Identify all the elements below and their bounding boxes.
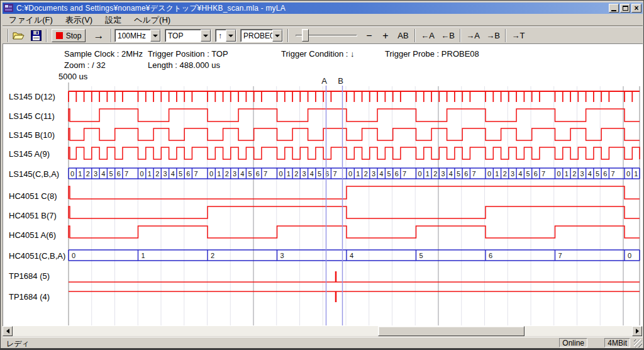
toolbar: Stop → 100MHz TOP ↑ PROBE00 − + AB ←A (3, 26, 643, 43)
toolbar-separator (8, 29, 9, 42)
signal-label-7: HC4051 A(6) (9, 230, 56, 240)
signal-label-4: LS145(C,B,A) (9, 169, 59, 179)
trigger-position-text: Trigger Position : TOP (148, 49, 228, 59)
signal-label-9: TP1684 (5) (9, 271, 50, 281)
minimize-icon (611, 10, 616, 11)
single-run-button[interactable]: → (89, 29, 108, 42)
trigger-position-value: TOP (165, 30, 201, 42)
goto-cursor-b-button[interactable]: ←B (439, 29, 457, 42)
menu-help[interactable]: ヘルプ(H) (128, 14, 177, 27)
toolbar-separator (287, 29, 289, 42)
resize-grip[interactable] (634, 339, 642, 347)
title-bar[interactable]: C:¥Documents and Settings¥noname¥デスクトップ¥… (3, 3, 643, 14)
maximize-icon (623, 6, 628, 11)
sample-clock-text: Sample Clock : 2MHz (64, 49, 143, 59)
status-memory-badge: 4MBit (604, 338, 630, 347)
close-icon: × (634, 4, 638, 12)
trigger-position-select[interactable]: TOP (165, 29, 211, 42)
save-file-button[interactable] (29, 30, 43, 42)
set-cursor-b-button[interactable]: →B (484, 29, 502, 42)
scroll-right-icon (636, 329, 641, 334)
floppy-save-icon (31, 30, 42, 41)
zoom-text: Zoom : / 32 (64, 60, 106, 70)
clock-select-value: 100MHz (115, 30, 150, 42)
window-title: C:¥Documents and Settings¥noname¥デスクトップ¥… (16, 3, 608, 14)
probe-select-value: PROBE00 (241, 30, 272, 42)
toolbar-separator (111, 29, 112, 42)
signal-label-2: LS145 B(10) (9, 130, 55, 140)
minimize-button[interactable] (609, 4, 619, 13)
run-arrow-icon: → (94, 30, 104, 42)
app-window: C:¥Documents and Settings¥noname¥デスクトップ¥… (0, 0, 644, 350)
goto-trigger-button[interactable]: →T (509, 29, 527, 42)
toolbar-separator (505, 29, 506, 42)
stop-icon (56, 32, 63, 39)
zoom-slider-handle[interactable] (302, 29, 309, 42)
stop-button[interactable]: Stop (52, 29, 86, 42)
trigger-edge-select[interactable]: ↑ (215, 29, 236, 42)
menu-file[interactable]: ファイル(F) (3, 14, 59, 27)
dropdown-arrow-icon[interactable] (226, 30, 236, 42)
signal-label-8: HC4051(C,B,A) (9, 251, 65, 261)
app-icon (4, 4, 14, 13)
scroll-right-button[interactable] (632, 326, 642, 336)
signal-label-0: LS145 D(12) (9, 92, 55, 101)
dropdown-arrow-icon[interactable] (201, 30, 211, 42)
scrollbar-thumb[interactable] (378, 326, 525, 336)
goto-cursor-a-button[interactable]: ←A (419, 29, 436, 42)
set-cursor-a-button[interactable]: →A (464, 29, 482, 42)
stop-label: Stop (66, 31, 82, 40)
ab-span-button[interactable]: AB (395, 29, 411, 42)
trigger-edge-value: ↑ (216, 30, 226, 42)
status-bar: レディ Online 4MBit (3, 337, 643, 348)
dropdown-arrow-icon[interactable] (150, 30, 160, 42)
zoom-in-button[interactable]: + (379, 29, 392, 42)
length-text: Length : 488.000 us (148, 60, 220, 70)
signal-label-6: HC4051 B(7) (9, 211, 57, 220)
signal-label-10: TP1684 (4) (9, 292, 50, 302)
horizontal-scrollbar[interactable] (3, 326, 643, 336)
trigger-probe-text: Trigger Probe : PROBE08 (385, 49, 479, 59)
signal-label-5: HC4051 C(8) (9, 191, 57, 201)
signal-label-3: LS145 A(9) (9, 149, 50, 159)
toolbar-separator (414, 29, 416, 42)
clock-select[interactable]: 100MHz (114, 29, 161, 42)
close-button[interactable]: × (631, 4, 641, 13)
menu-view[interactable]: 表示(V) (59, 14, 99, 27)
open-file-button[interactable] (12, 30, 26, 42)
menu-bar: ファイル(F) 表示(V) 設定 ヘルプ(H) (3, 15, 643, 26)
maximize-button[interactable] (620, 4, 630, 13)
probe-select[interactable]: PROBE00 (240, 29, 283, 42)
toolbar-separator (460, 29, 461, 42)
trigger-condition-text: Trigger Condition : ↓ (281, 49, 355, 59)
signal-label-1: LS145 C(11) (9, 111, 55, 121)
zoom-out-button[interactable]: − (362, 29, 376, 42)
timescale-text: 5000 us (58, 72, 87, 81)
open-folder-icon (13, 31, 25, 41)
scroll-left-icon (4, 329, 9, 334)
menu-settings[interactable]: 設定 (99, 14, 128, 27)
waveform-client-area[interactable]: Sample Clock : 2MHz Trigger Position : T… (3, 43, 643, 326)
status-online-badge: Online (559, 338, 587, 347)
toolbar-separator (46, 29, 47, 42)
dropdown-arrow-icon[interactable] (272, 30, 282, 42)
scroll-left-button[interactable] (3, 326, 13, 336)
